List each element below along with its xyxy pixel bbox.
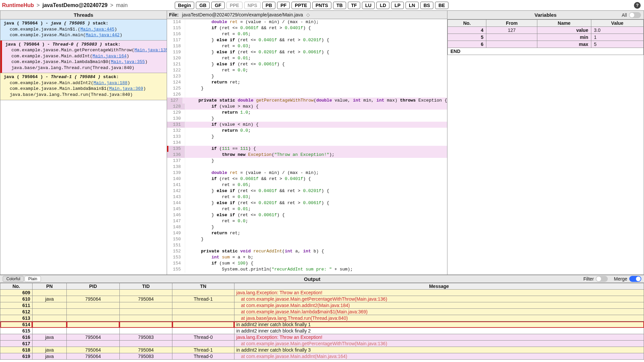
code-line[interactable]: 128 if (value > max) { (167, 104, 447, 110)
code-text: } (185, 85, 204, 92)
toolbar-btn-pnts[interactable]: PNTS (312, 2, 331, 9)
code-line[interactable]: 115 if (ret <= 0.0601f && ret > 0.0401f)… (167, 25, 447, 31)
code-line[interactable]: 134 (167, 140, 447, 146)
stack-frame: com.example.javase.Main.lambda$main$1(Ma… (4, 86, 163, 92)
output-tab-plain[interactable]: Plain (24, 276, 41, 282)
code-line[interactable]: 122 ret = 0.0; (167, 67, 447, 73)
toolbar-btn-ln[interactable]: LN (406, 2, 419, 9)
code-line[interactable]: 148 } (167, 224, 447, 230)
tag-icon[interactable]: ◇ (306, 12, 310, 17)
output-row[interactable]: 612at com.example.javase.Main.lambda$mai… (0, 309, 644, 315)
code-line[interactable]: 120 ret = 0.01; (167, 55, 447, 61)
source-link[interactable]: Main.java:442 (86, 33, 119, 38)
code-line[interactable]: 137 } (167, 158, 447, 164)
code-line[interactable]: 153 int sum = a + b; (167, 254, 447, 260)
code-line[interactable]: 125 } (167, 85, 447, 92)
code-line[interactable]: 150 } (167, 236, 447, 242)
code-line[interactable]: 147 ret = 0.0; (167, 218, 447, 224)
app-name[interactable]: RuntimeHub (2, 2, 34, 8)
code-line[interactable]: 114 double ret = (value - min) / (max - … (167, 19, 447, 25)
code-line[interactable]: 116 ret = 0.05; (167, 31, 447, 37)
thread-block[interactable]: java ( 795064 ) - Thread-1 ( 795084 ) st… (0, 73, 167, 100)
code-line[interactable]: 130 } (167, 116, 447, 122)
code-line[interactable]: 143 ret = 0.03; (167, 194, 447, 200)
code-body[interactable]: 114 double ret = (value - min) / (max - … (167, 19, 447, 275)
toolbar-btn-pb[interactable]: PB (262, 2, 275, 9)
code-line[interactable]: 118 ret = 0.03; (167, 43, 447, 49)
code-line[interactable]: 141 ret = 0.05; (167, 182, 447, 188)
vars-row[interactable]: 6max5 (448, 41, 644, 48)
code-line[interactable]: 146 } else if (ret <= 0.0061f) { (167, 212, 447, 218)
source-link[interactable]: Main.java:164 (93, 54, 126, 59)
output-row[interactable]: 618java795064795084Thread-1in addInt2 in… (0, 347, 644, 353)
source-link[interactable]: Main.java:135 (135, 48, 167, 53)
vars-all-toggle[interactable] (629, 12, 641, 18)
file-path[interactable]: javaTestDemo@20240729/com/example/javase… (182, 12, 303, 17)
toolbar-btn-be[interactable]: BE (435, 2, 448, 9)
code-line[interactable]: 145 ret = 0.01; (167, 206, 447, 212)
toolbar-btn-lp[interactable]: LP (391, 2, 404, 9)
code-line[interactable]: 133 } (167, 134, 447, 140)
toolbar-btn-tb[interactable]: TB (333, 2, 346, 9)
line-number: 122 (167, 67, 185, 73)
source-link[interactable]: Main.java:369 (109, 86, 143, 91)
code-line[interactable]: 127 private static double getPercentageW… (167, 98, 447, 104)
output-row[interactable]: 616java795064795083Thread-0java.lang.Exc… (0, 334, 644, 341)
code-line[interactable]: 135 if (111 == 111) { (167, 146, 447, 152)
thread-block[interactable]: java ( 795064 ) - Thread-0 ( 795083 ) st… (0, 41, 167, 73)
code-line[interactable]: 124 return ret; (167, 79, 447, 85)
output-row[interactable]: 614in addInt2 inner catch block finally … (0, 321, 644, 328)
code-line[interactable]: 144 } else if (ret <= 0.0201f && ret > 0… (167, 200, 447, 206)
vars-all-label: All (622, 12, 627, 18)
code-line[interactable]: 139 double ret = (value - min) / (max - … (167, 170, 447, 176)
output-row[interactable]: 609java.lang.Exception: Throw an Excepti… (0, 290, 644, 296)
help-icon[interactable]: ? (634, 2, 641, 9)
project-link[interactable]: javaTestDemo@20240729 (42, 2, 107, 8)
code-line[interactable]: 140 if (ret <= 0.0601f && ret > 0.0401f)… (167, 176, 447, 182)
code-line[interactable]: 126 (167, 92, 447, 98)
code-line[interactable]: 151 (167, 242, 447, 248)
code-line[interactable]: 155 System.out.println("recurAddInt sum … (167, 266, 447, 273)
vars-row[interactable]: 4127value3.0 (448, 27, 644, 34)
code-line[interactable]: 123 } (167, 73, 447, 79)
merge-toggle[interactable] (629, 276, 641, 282)
code-line[interactable]: 132 return 0.0; (167, 128, 447, 134)
output-row[interactable]: 610java795064795084Thread-1at com.exampl… (0, 296, 644, 302)
code-line[interactable]: 131 if (value < min) { (167, 122, 447, 128)
toolbar-btn-begin[interactable]: Begin (175, 2, 195, 9)
output-row[interactable]: 617at com.example.javase.Main.getPercent… (0, 341, 644, 347)
code-line[interactable]: 136 throw new Exception("Throw an Except… (167, 152, 447, 158)
toolbar-btn-ld[interactable]: LD (376, 2, 389, 9)
filter-label: Filter (583, 276, 594, 282)
toolbar-btn-bs[interactable]: BS (420, 2, 433, 9)
code-line[interactable]: 117 } else if (ret <= 0.0401f && ret > 0… (167, 37, 447, 43)
output-tab-colorful[interactable]: Colorful (3, 276, 24, 282)
code-line[interactable]: 149 return ret; (167, 230, 447, 236)
code-line[interactable]: 154 if (sum < 100) { (167, 260, 447, 266)
source-link[interactable]: Main.java:445 (80, 27, 114, 32)
output-row[interactable]: 613at java.base/java.lang.Thread.run(Thr… (0, 315, 644, 321)
code-line[interactable]: 129 return 1.0; (167, 110, 447, 116)
output-row[interactable]: 615in addInt2 inner catch block finally … (0, 328, 644, 334)
code-line[interactable]: 119 } else if (ret <= 0.0201f && ret > 0… (167, 49, 447, 55)
output-row[interactable]: 619java795064795083Thread-0at com.exampl… (0, 353, 644, 360)
line-number: 133 (167, 134, 185, 140)
output-row[interactable]: 611at com.example.javase.Main.addInt2(Ma… (0, 302, 644, 309)
thread-block[interactable]: java ( 795064 ) - java ( 795065 ) stack:… (0, 19, 167, 41)
code-line[interactable]: 138 (167, 164, 447, 170)
toolbar-btn-ppte[interactable]: PPTE (291, 2, 311, 9)
toolbar-btn-pf[interactable]: PF (277, 2, 290, 9)
code-line[interactable]: 142 } else if (ret <= 0.0401f && ret > 0… (167, 188, 447, 194)
toolbar-btn-tf[interactable]: TF (348, 2, 360, 9)
vars-row[interactable]: 5min1 (448, 34, 644, 41)
toolbar-btn-gb[interactable]: GB (196, 2, 210, 9)
source-link[interactable]: Main.java:188 (94, 80, 127, 85)
toolbar-btn-lu[interactable]: LU (362, 2, 375, 9)
toolbar-btn-gf[interactable]: GF (211, 2, 224, 9)
line-number: 152 (167, 248, 185, 254)
code-line[interactable]: 152 private static void recurAddInt(int … (167, 248, 447, 254)
code-line[interactable]: 121 } else if (ret <= 0.0061f) { (167, 61, 447, 67)
filter-toggle[interactable] (596, 276, 608, 282)
code-text (185, 92, 191, 98)
source-link[interactable]: Main.java:355 (111, 59, 145, 64)
